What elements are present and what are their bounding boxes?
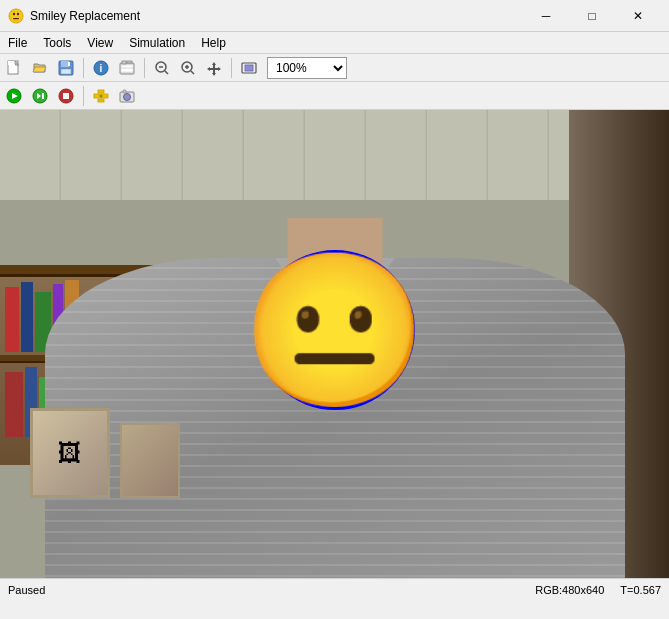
info-button[interactable]: i [89, 56, 113, 80]
save-button[interactable] [54, 56, 78, 80]
toolbar1: i [0, 54, 669, 82]
separator2 [144, 58, 145, 78]
title-bar: Smiley Replacement ─ □ ✕ [0, 0, 669, 32]
svg-rect-5 [8, 61, 15, 65]
video-area: 😐 🖼 [0, 110, 669, 578]
menu-bar: File Tools View Simulation Help [0, 32, 669, 54]
fit-screen-button[interactable] [237, 56, 261, 80]
zoom-in-button[interactable] [176, 56, 200, 80]
svg-rect-25 [245, 65, 253, 71]
svg-point-1 [13, 12, 15, 14]
status-paused: Paused [8, 584, 45, 596]
svg-point-0 [9, 9, 23, 23]
separator1 [83, 58, 84, 78]
minimize-button[interactable]: ─ [523, 0, 569, 32]
status-right: RGB:480x640 T=0.567 [535, 584, 661, 596]
wall-photo1: 🖼 [30, 408, 110, 498]
svg-rect-33 [98, 90, 104, 93]
stop-button[interactable] [54, 84, 78, 108]
separator3 [231, 58, 232, 78]
svg-rect-15 [121, 65, 133, 72]
close-button[interactable]: ✕ [615, 0, 661, 32]
status-time: T=0.567 [620, 584, 661, 596]
svg-rect-34 [98, 99, 104, 102]
toolbars: i [0, 54, 669, 110]
snapshot-button[interactable] [115, 56, 139, 80]
emoji-overlay: 😐 [255, 250, 415, 410]
settings-button[interactable] [89, 84, 113, 108]
new-button[interactable] [2, 56, 26, 80]
svg-rect-9 [68, 62, 70, 66]
menu-view[interactable]: View [79, 32, 121, 53]
svg-point-2 [17, 12, 19, 14]
svg-rect-30 [42, 93, 44, 99]
zoom-select[interactable]: 100% 25% 50% 75% 150% 200% [267, 57, 347, 79]
window-title: Smiley Replacement [30, 9, 523, 23]
menu-tools[interactable]: Tools [35, 32, 79, 53]
svg-rect-7 [61, 61, 69, 67]
menu-simulation[interactable]: Simulation [121, 32, 193, 53]
svg-rect-13 [122, 61, 126, 64]
wall-photo2 [120, 423, 180, 498]
status-rgb: RGB:480x640 [535, 584, 604, 596]
zoom-out-button[interactable] [150, 56, 174, 80]
step-button[interactable] [28, 84, 52, 108]
window-controls: ─ □ ✕ [523, 0, 661, 32]
play-button[interactable] [2, 84, 26, 108]
svg-rect-14 [127, 61, 132, 63]
svg-point-36 [100, 94, 103, 97]
menu-help[interactable]: Help [193, 32, 234, 53]
toolbar2 [0, 82, 669, 110]
svg-rect-3 [13, 18, 19, 19]
open-button[interactable] [28, 56, 52, 80]
zoom-control: 100% 25% 50% 75% 150% 200% [267, 57, 347, 79]
separator4 [83, 86, 84, 106]
pan-button[interactable] [202, 56, 226, 80]
camera-button[interactable] [115, 84, 139, 108]
app-icon [8, 8, 24, 24]
svg-point-38 [124, 93, 131, 100]
maximize-button[interactable]: □ [569, 0, 615, 32]
emoji-face: 😐 [241, 255, 428, 405]
svg-rect-32 [63, 93, 69, 99]
svg-line-23 [191, 71, 194, 74]
svg-line-19 [165, 71, 168, 74]
svg-rect-8 [61, 69, 71, 74]
svg-rect-39 [123, 90, 126, 93]
svg-text:i: i [100, 63, 103, 74]
status-bar: Paused RGB:480x640 T=0.567 [0, 578, 669, 600]
menu-file[interactable]: File [0, 32, 35, 53]
